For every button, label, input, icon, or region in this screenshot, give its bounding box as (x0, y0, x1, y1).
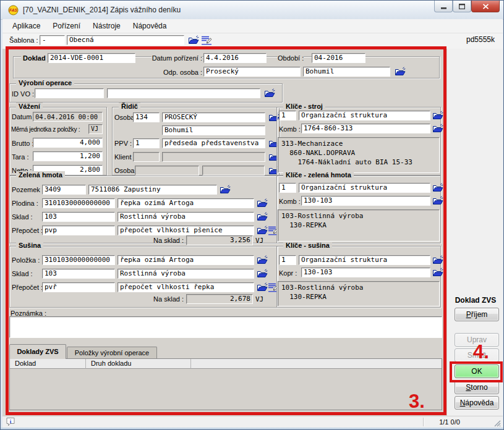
klice-susina-name-field[interactable]: Organizační struktura (299, 255, 430, 265)
open-folder-icon[interactable] (257, 255, 268, 265)
ridic-osoba-prijmeni-field[interactable]: PROSECKÝ (162, 112, 265, 122)
zh-prepocet-name-field[interactable]: přepočet vlhkosti pšenice (117, 226, 254, 235)
napoveda-button[interactable]: Nápověda (455, 396, 499, 410)
table-header-doklad[interactable]: Doklad (10, 359, 86, 369)
klice-zelena-code-field[interactable]: 1 (279, 183, 296, 193)
plodina-label: Plodina : (12, 200, 38, 207)
klice-susina-code-field[interactable]: 1 (279, 255, 296, 265)
klice-stroj-code-field[interactable]: 1 (279, 111, 296, 120)
menu-nastroje[interactable]: Nástroje (87, 20, 127, 32)
open-folder-icon[interactable] (432, 255, 443, 265)
minimize-button[interactable] (434, 1, 453, 12)
maximize-button[interactable] (453, 1, 471, 12)
obdobi-label: Období : (278, 54, 304, 62)
ridic-osoba2-b-field[interactable] (202, 166, 265, 175)
smaz-button: Smaž (455, 348, 499, 362)
klient-name-field[interactable] (162, 152, 265, 162)
table-header-druh-dokladu[interactable]: Druh dokladu (86, 359, 191, 369)
klice-susina-kopr-label: Kopr : (279, 269, 297, 277)
tab-polozky-vyrobni-operace[interactable]: Položky výrobní operace (67, 347, 157, 359)
merna-jednotka-field[interactable]: VJ (88, 124, 103, 134)
open-folder-icon[interactable] (257, 198, 268, 208)
zh-sklad-name-field[interactable]: Rostlinná výroba (117, 212, 254, 222)
window-bottom-frame (1, 428, 504, 430)
ridic-osoba-jmeno-field[interactable]: Bohumil (162, 125, 265, 135)
su-prepocet-code-field[interactable]: pvř (42, 282, 115, 292)
ridic-osoba2-a-field[interactable] (135, 166, 199, 175)
klice-stroj-detail: 313-Mechanizace 860-NAKL.DOPRAVA 1764-Ná… (278, 137, 440, 173)
open-folder-icon[interactable] (432, 111, 443, 120)
prijem-button[interactable]: Příjem (455, 308, 499, 321)
klient-code-field[interactable] (133, 152, 160, 162)
zh-sklad-code-field[interactable]: 103 (42, 212, 115, 222)
poznamka-field[interactable] (9, 316, 442, 338)
ridic-osoba-code-field[interactable]: 134 (133, 112, 160, 122)
pozemek-name-field[interactable]: 7511086 Zapustiny (88, 185, 217, 195)
open-folder-icon[interactable] (395, 67, 406, 77)
zh-sklad-label: Sklad : (12, 213, 33, 221)
tab-doklady-zvs[interactable]: Doklady ZVS (9, 344, 66, 359)
fas-logo-icon: FAS (8, 5, 19, 15)
storno-button[interactable]: Storno (455, 381, 499, 394)
klice-susina-title: Klíče - sušina (283, 242, 332, 249)
open-folder-icon[interactable] (257, 226, 268, 235)
open-folder-icon[interactable] (432, 196, 443, 206)
datum-porizeni-label: Datum pořízení : (152, 54, 202, 62)
vazeni-datum-field[interactable]: 04.04.2016 00:00 (33, 112, 103, 122)
open-folder-icon[interactable] (432, 124, 443, 133)
su-sklad-code-field[interactable]: 103 (42, 269, 115, 279)
tara-label: Tara : (12, 153, 29, 161)
ppv-code-field[interactable]: 1 (133, 138, 160, 148)
klice-zelena-name-field[interactable]: Organizační struktura (299, 183, 430, 193)
open-folder-icon[interactable] (264, 88, 275, 98)
su-na-sklad-mj: VJ (255, 295, 263, 303)
sablona-code-field[interactable]: - (40, 35, 65, 45)
su-prepocet-name-field[interactable]: přepočet vlhkosti řepka (117, 282, 254, 292)
ok-button[interactable]: OK (455, 365, 499, 378)
doklady-zvs-table: Doklad Druh dokladu (9, 358, 442, 410)
polozka-code-field[interactable]: 3101030000000000 (42, 255, 115, 265)
klice-zelena-komb-field[interactable]: 130-103 (301, 196, 430, 206)
tara-field[interactable]: 1,200 (33, 151, 103, 161)
id-vo-name-field[interactable] (107, 88, 260, 98)
id-vo-code-field[interactable] (35, 88, 104, 98)
svg-text:FAS: FAS (9, 8, 17, 12)
vyrobni-operace-title: Výrobní operace (16, 79, 74, 86)
polozka-name-field[interactable]: řepka ozimá Artoga (117, 255, 254, 265)
odp-osoba-prijmeni-field[interactable]: Prosecký (203, 67, 301, 77)
open-folder-icon[interactable] (257, 212, 268, 222)
ppv-name-field[interactable]: předseda představenstva (162, 138, 265, 148)
app-window: FAS [70_VAZNI_DENIK_2014] Zápis vážního … (0, 0, 504, 430)
klice-zelena-title: Klíče - zelená hmota (283, 171, 354, 179)
datum-porizeni-field[interactable]: 4.4.2016 (203, 53, 267, 63)
odp-osoba-label: Odp. osoba : (152, 69, 202, 76)
doklad-zvs-heading: Doklad ZVS (448, 296, 503, 305)
su-na-sklad-field: 2,678 (186, 294, 253, 304)
plodina-code-field[interactable]: 3101030000000000 (42, 198, 115, 208)
obdobi-field[interactable]: 04-2016 (312, 53, 365, 63)
close-button[interactable] (471, 1, 500, 12)
zh-prepocet-code-field[interactable]: pvp (42, 226, 115, 235)
plodina-name-field[interactable]: řepka ozimá Artoga (117, 198, 254, 208)
open-folder-icon[interactable] (257, 282, 268, 292)
su-sklad-name-field[interactable]: Rostlinná výroba (117, 269, 254, 279)
menu-porizeni[interactable]: Pořízení (46, 20, 87, 32)
vazeni-datum-label: Datum : (12, 113, 36, 120)
sablona-name-field[interactable]: Obecná (67, 35, 184, 45)
menu-aplikace[interactable]: Aplikace (6, 20, 46, 32)
open-folder-icon[interactable] (220, 185, 231, 195)
menu-napoveda[interactable]: Nápověda (127, 20, 173, 32)
pozemek-code-field[interactable]: 3409 (42, 185, 86, 195)
info-bubble-icon: i (6, 417, 15, 426)
open-folder-icon[interactable] (188, 35, 199, 45)
open-folder-icon[interactable] (257, 269, 268, 279)
brutto-field[interactable]: 4,000 (33, 138, 103, 148)
open-folder-icon[interactable] (432, 268, 443, 277)
klice-stroj-name-field[interactable]: Organizační struktura (299, 111, 430, 120)
klice-susina-kopr-field[interactable]: 130-103 (301, 268, 430, 277)
doklad-number-field[interactable]: 2014-VDE-0001 (48, 53, 135, 63)
odp-osoba-jmeno-field[interactable]: Bohumil (303, 67, 390, 77)
open-folder-icon[interactable] (432, 183, 443, 193)
klice-stroj-komb-field[interactable]: 1764-860-313 (301, 124, 430, 133)
edit-list-icon[interactable] (201, 35, 212, 45)
